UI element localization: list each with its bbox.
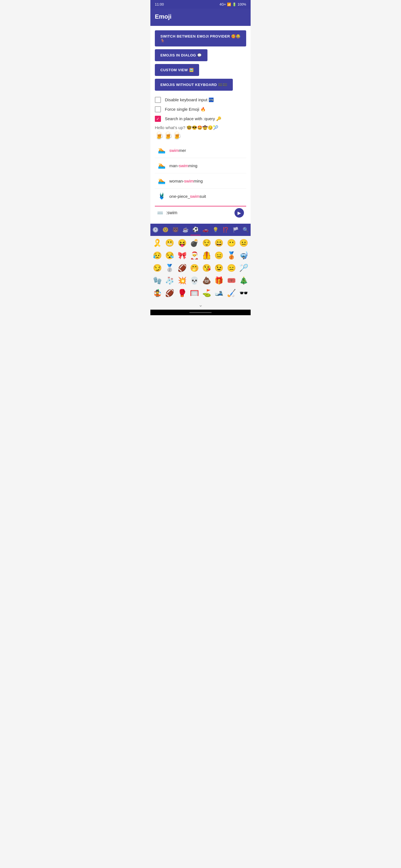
suggestion-text-4: one-piece_swimsuit	[169, 194, 206, 199]
emoji-tree[interactable]: 🎄	[238, 275, 250, 286]
category-smileys[interactable]: 🙂	[161, 224, 170, 235]
search-place-checkbox[interactable]: ✓	[155, 116, 161, 122]
emoji-expressionless[interactable]: 😑	[213, 250, 225, 261]
category-symbols[interactable]: ⁉️	[221, 224, 231, 235]
emoji-poop[interactable]: 💩	[201, 275, 212, 286]
search-place-label: Search in place with :query 🔑	[165, 116, 221, 121]
emoji-no-mouth[interactable]: 😶	[226, 237, 237, 249]
suggestion-swimmer[interactable]: 🏊 swimmer	[155, 143, 246, 158]
suggestion-emoji-4: 🩱	[157, 192, 165, 200]
category-animals[interactable]: 🐻	[170, 224, 180, 235]
suggestion-emoji-2: 🏊	[157, 162, 165, 169]
category-recent[interactable]: 🕐	[150, 224, 161, 235]
emoji-bow[interactable]: 🎀	[176, 250, 188, 261]
suggestion-list: 🏊 swimmer 🏊 man-swimming 🏊 woman-swimmin…	[155, 143, 246, 204]
disable-keyboard-row: Disable keyboard input 🏧	[155, 97, 246, 103]
emoji-grimacing[interactable]: 😬	[164, 237, 175, 249]
emoji-shush[interactable]: 🤭	[189, 262, 200, 274]
suggestion-emoji-3: 🏊	[157, 177, 165, 184]
search-input[interactable]	[166, 210, 232, 215]
switch-provider-button[interactable]: SWITCH BETWEEN EMOJI PROVIDER 🥰😂🦌	[155, 30, 246, 46]
emoji-juggler[interactable]: 🤹	[151, 287, 163, 299]
suggestion-text-3: woman-swimming	[169, 179, 203, 183]
suggestion-man-swimming[interactable]: 🏊 man-swimming	[155, 158, 246, 173]
emoji-football[interactable]: 🏈	[176, 262, 188, 274]
emoji-smirk[interactable]: 😏	[151, 262, 163, 274]
emoji-silver[interactable]: 🥈	[164, 262, 175, 274]
emoji-glove[interactable]: 🧤	[151, 275, 163, 286]
suggestion-emoji-1: 🏊	[157, 147, 165, 154]
search-bar: ⌨️ ▶	[155, 206, 246, 219]
emoji-ribbon[interactable]: 🎗️	[151, 237, 163, 249]
emoji-bronze[interactable]: 🥉	[226, 250, 237, 261]
category-flags[interactable]: 🏳️	[231, 224, 240, 235]
emoji-badminton[interactable]: 🏸	[238, 262, 250, 274]
emoji-snorkel[interactable]: 🤿	[238, 250, 250, 261]
emoji-neutral[interactable]: 😐	[238, 237, 250, 249]
emoji-squinting[interactable]: 😝	[176, 237, 188, 249]
force-single-row: Force single Emoji 🔥	[155, 106, 246, 113]
emoji-gift[interactable]: 🎁	[213, 275, 225, 286]
chevron-down-icon[interactable]: ⌄	[199, 302, 203, 308]
force-single-label: Force single Emoji 🔥	[165, 107, 206, 112]
status-bar: 11:00 4G+ 📶 🔋 100%	[150, 0, 251, 9]
app-header: Emoji	[150, 9, 251, 26]
emoji-hockey[interactable]: 🏑	[226, 287, 237, 299]
emoji-santa[interactable]: 🎅	[189, 250, 200, 261]
emoji-grid: 🎗️ 😬 😝 💣 😌 😄 😶 😐 😥 😪 🎀 🎅 🦺 😑 🥉 🤿 😏 🥈 🏈 🤭…	[150, 236, 251, 300]
emoji-boxing[interactable]: 🥊	[176, 287, 188, 299]
suggestion-text-1: swimmer	[169, 148, 186, 153]
force-single-checkbox[interactable]	[155, 106, 161, 113]
beer-text: 🍺🍺🍺	[155, 131, 246, 140]
emojis-dialog-button[interactable]: EMOJIS IN DIALOG 💬	[155, 49, 207, 61]
custom-view-button[interactable]: CUSTOM VIEW 🖼️	[155, 64, 199, 76]
emoji-bomb[interactable]: 💣	[189, 237, 200, 249]
emoji-goal[interactable]: 🥅	[189, 287, 200, 299]
category-food[interactable]: ☕	[180, 224, 191, 235]
category-activities[interactable]: ⚽	[191, 224, 200, 235]
time: 11:00	[155, 2, 164, 6]
hello-text: Hello what's up? 🤓😎🤩🤠😏🎾	[155, 125, 246, 130]
category-travel[interactable]: 🚗	[200, 224, 210, 235]
signal-icon: 📶	[227, 2, 231, 6]
emoji-sock[interactable]: 🧦	[164, 275, 175, 286]
category-search[interactable]: 🔍	[240, 224, 251, 235]
emoji-vest[interactable]: 🦺	[201, 250, 212, 261]
disable-keyboard-label: Disable keyboard input 🏧	[165, 97, 214, 102]
emoji-sunglasses[interactable]: 🕶️	[238, 287, 250, 299]
bottom-bar	[150, 310, 251, 315]
emoji-ski[interactable]: 🎿	[213, 287, 225, 299]
emoji-sad[interactable]: 😥	[151, 250, 163, 261]
emoji-boom[interactable]: 💥	[176, 275, 188, 286]
keyboard-bottom: ⌄	[150, 300, 251, 310]
emoji-categories: 🕐 🙂 🐻 ☕ ⚽ 🚗 💡 ⁉️ 🏳️ 🔍 ⌫	[150, 224, 251, 236]
emoji-skull[interactable]: 💀	[189, 275, 200, 286]
signal: 4G+	[220, 2, 226, 6]
app-title: Emoji	[155, 13, 172, 20]
status-right: 4G+ 📶 🔋 100%	[220, 2, 246, 6]
keyboard-icon: ⌨️	[157, 210, 163, 216]
category-objects[interactable]: 💡	[210, 224, 221, 235]
home-indicator	[189, 312, 212, 313]
search-place-row: ✓ Search in place with :query 🔑	[155, 116, 246, 122]
suggestion-woman-swimming[interactable]: 🏊 woman-swimming	[155, 173, 246, 189]
disable-keyboard-checkbox[interactable]	[155, 97, 161, 103]
emoji-grinning[interactable]: 😄	[213, 237, 225, 249]
emoji-sleepy[interactable]: 😪	[164, 250, 175, 261]
send-button[interactable]: ▶	[234, 208, 244, 218]
emoji-ticket[interactable]: 🎟️	[226, 275, 237, 286]
emojis-keyboard-button[interactable]: EMOJIS WITHOUT KEYBOARD 🟰🟰	[155, 79, 233, 91]
emoji-rugby[interactable]: 🏈	[164, 287, 175, 299]
battery-icon: 🔋	[232, 2, 236, 6]
main-content: SWITCH BETWEEN EMOJI PROVIDER 🥰😂🦌 EMOJIS…	[150, 26, 251, 224]
emoji-relieved[interactable]: 😌	[201, 237, 212, 249]
emoji-wink[interactable]: 😉	[213, 262, 225, 274]
emoji-kiss[interactable]: 😘	[201, 262, 212, 274]
battery: 100%	[237, 2, 246, 6]
suggestion-one-piece[interactable]: 🩱 one-piece_swimsuit	[155, 189, 246, 204]
emoji-flat[interactable]: 😑	[226, 262, 237, 274]
emoji-golf[interactable]: ⛳	[201, 287, 212, 299]
suggestion-text-2: man-swimming	[169, 163, 197, 168]
